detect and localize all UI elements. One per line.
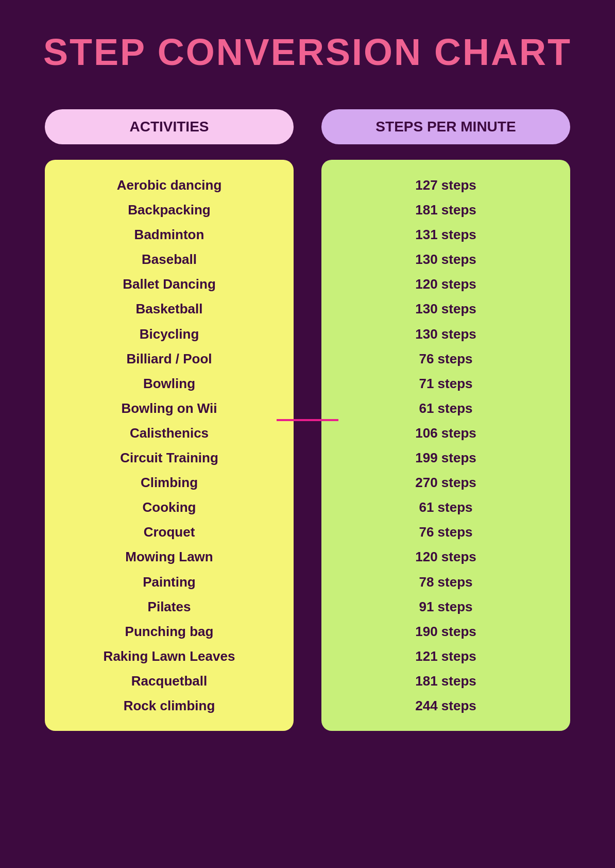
activity-item: Basketball: [135, 296, 202, 321]
steps-item: 244 steps: [415, 693, 476, 718]
steps-item: 130 steps: [415, 296, 476, 321]
chart-wrapper: ACTIVITIES Aerobic dancingBackpackingBad…: [31, 109, 584, 731]
steps-item: 61 steps: [419, 396, 472, 421]
steps-item: 76 steps: [419, 520, 472, 544]
steps-item: 190 steps: [415, 619, 476, 644]
activity-item: Punching bag: [125, 619, 214, 644]
activity-item: Ballet Dancing: [123, 272, 216, 296]
activity-item: Cooking: [142, 495, 196, 520]
activity-item: Climbing: [141, 470, 198, 495]
activity-item: Badminton: [134, 222, 204, 247]
activity-item: Bowling on Wii: [121, 396, 217, 421]
steps-body: 127 steps181 steps131 steps130 steps120 …: [321, 160, 570, 731]
steps-item: 76 steps: [419, 346, 472, 371]
steps-item: 61 steps: [419, 495, 472, 520]
steps-header: STEPS PER MINUTE: [321, 109, 570, 144]
activity-item: Racquetball: [131, 669, 207, 693]
activities-body: Aerobic dancingBackpackingBadmintonBaseb…: [45, 160, 294, 731]
steps-item: 130 steps: [415, 247, 476, 272]
steps-item: 71 steps: [419, 371, 472, 396]
steps-item: 78 steps: [419, 570, 472, 594]
steps-item: 127 steps: [415, 173, 476, 197]
connector-line: [277, 419, 338, 421]
activity-item: Pilates: [148, 594, 191, 619]
steps-column: STEPS PER MINUTE 127 steps181 steps131 s…: [308, 109, 584, 731]
page-title: STEP CONVERSION CHART: [31, 31, 584, 73]
activity-item: Circuit Training: [120, 445, 218, 470]
activity-item: Croquet: [144, 520, 195, 544]
activity-item: Baseball: [142, 247, 197, 272]
steps-item: 120 steps: [415, 544, 476, 569]
steps-item: 181 steps: [415, 669, 476, 693]
activities-column: ACTIVITIES Aerobic dancingBackpackingBad…: [31, 109, 308, 731]
activity-item: Bicycling: [140, 322, 199, 346]
steps-item: 91 steps: [419, 594, 472, 619]
activity-item: Raking Lawn Leaves: [104, 644, 235, 669]
activity-item: Rock climbing: [124, 693, 215, 718]
activity-item: Billiard / Pool: [126, 346, 212, 371]
steps-item: 121 steps: [415, 644, 476, 669]
steps-item: 181 steps: [415, 197, 476, 222]
activities-header: ACTIVITIES: [45, 109, 294, 144]
activity-item: Aerobic dancing: [117, 173, 222, 197]
activity-item: Calisthenics: [130, 421, 209, 445]
steps-item: 120 steps: [415, 272, 476, 296]
activity-item: Painting: [143, 570, 196, 594]
steps-item: 199 steps: [415, 445, 476, 470]
activity-item: Mowing Lawn: [125, 544, 213, 569]
steps-item: 130 steps: [415, 322, 476, 346]
steps-item: 270 steps: [415, 470, 476, 495]
activity-item: Bowling: [143, 371, 195, 396]
steps-item: 106 steps: [415, 421, 476, 445]
activity-item: Backpacking: [128, 197, 210, 222]
steps-item: 131 steps: [415, 222, 476, 247]
